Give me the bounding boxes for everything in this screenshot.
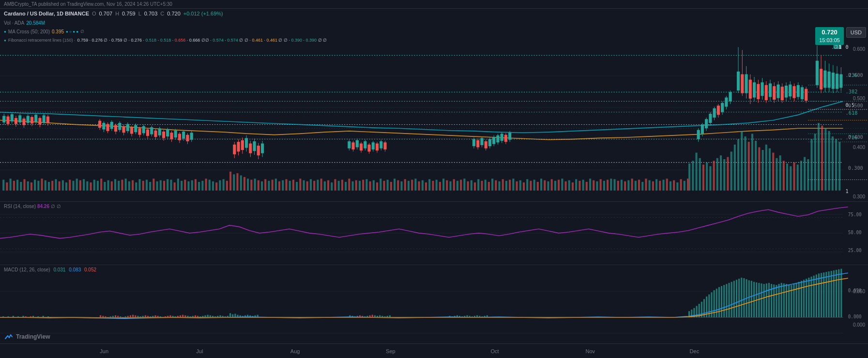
fib-dot-icon: ● [4,38,6,43]
svg-rect-348 [360,144,363,151]
svg-rect-507 [115,315,116,317]
symbol-name: Cardano / US Dollar, 1D BINANCE [4,11,89,16]
main-chart-svg: 0 .236 .382 0.5 .618 .786 1 0.600 0.500 … [0,45,868,201]
svg-rect-123 [390,182,392,191]
svg-rect-147 [474,182,476,191]
rsi-chart[interactable]: RSI (14, close) 84.26 ∅ ∅ 75.00 50.00 [0,202,868,265]
svg-rect-222 [810,139,812,191]
svg-rect-180 [589,179,591,191]
main-price-chart[interactable]: 0 .236 .382 0.5 .618 .786 1 0.600 0.500 … [0,45,868,202]
svg-rect-639 [791,285,792,317]
svg-rect-404 [745,74,747,93]
svg-rect-86 [261,181,263,191]
svg-rect-79 [236,173,238,191]
svg-rect-22 [37,181,39,191]
svg-rect-240 [645,179,647,191]
svg-rect-244 [659,181,661,191]
svg-rect-366 [480,138,483,145]
svg-rect-506 [112,316,114,317]
svg-rect-223 [814,134,816,190]
svg-rect-512 [127,316,129,317]
macd-chart[interactable]: MACD (12, 26, close) 0.031 0.083 0.052 [0,265,868,343]
svg-rect-416 [769,83,772,97]
svg-rect-352 [367,145,370,152]
svg-rect-384 [701,124,704,134]
svg-rect-141 [453,179,455,190]
svg-rect-76 [226,181,228,191]
svg-rect-183 [600,179,602,190]
svg-rect-62 [177,179,179,191]
svg-rect-148 [477,179,479,190]
svg-rect-396 [725,98,728,107]
svg-rect-247 [670,181,671,191]
svg-text:75.00: 75.00 [848,212,862,217]
svg-rect-278 [98,121,101,128]
svg-rect-34 [79,180,81,191]
svg-rect-256 [6,117,9,124]
time-label-oct: Oct [490,348,499,354]
svg-rect-268 [30,117,33,123]
svg-rect-239 [641,182,643,191]
svg-rect-82 [247,179,249,191]
svg-rect-197 [723,159,725,191]
svg-rect-74 [219,180,221,191]
svg-rect-172 [561,179,563,191]
svg-rect-96 [296,182,298,191]
svg-rect-177 [579,181,580,191]
svg-rect-248 [673,180,675,191]
symbol-header: Cardano / US Dollar, 1D BINANCE O 0.707 … [0,9,868,18]
svg-rect-107 [334,179,336,190]
svg-rect-438 [820,69,822,89]
svg-rect-152 [491,179,493,191]
svg-rect-113 [355,180,357,191]
svg-rect-392 [717,105,720,115]
macd-axis: 0.050 0.000 [842,265,866,343]
svg-rect-105 [327,180,329,191]
svg-rect-238 [638,179,640,190]
svg-rect-162 [526,179,528,190]
svg-rect-43 [111,181,113,191]
svg-rect-436 [816,61,819,85]
svg-rect-99 [306,181,308,191]
svg-rect-629 [766,283,767,317]
svg-text:0.300: 0.300 [848,165,863,172]
svg-rect-422 [781,87,784,100]
svg-rect-296 [134,125,137,133]
svg-rect-406 [749,80,752,99]
svg-rect-109 [341,179,343,190]
svg-rect-270 [34,115,37,122]
svg-rect-171 [558,179,560,190]
time-label-dec: Dec [690,348,700,354]
svg-rect-642 [798,282,800,317]
macd-val1: 0.031 [53,267,65,272]
svg-rect-48 [128,181,130,191]
svg-rect-318 [178,134,181,140]
svg-rect-111 [348,179,350,191]
svg-rect-134 [428,179,430,190]
svg-rect-220 [804,157,806,191]
fib-vals: 0.759 · 0.276 ∅ · 0.759 ∅ · 0.276 · 0.51… [77,38,327,43]
currency-button[interactable]: USD [846,27,866,38]
svg-rect-126 [400,181,402,191]
svg-rect-178 [582,179,584,190]
svg-rect-328 [237,142,240,151]
svg-rect-184 [603,181,605,191]
svg-rect-655 [831,271,832,317]
svg-rect-402 [741,74,744,93]
macd-header: MACD (12, 26, close) 0.031 0.083 0.052 [4,267,96,272]
vol-row: Vol · ADA 20.584M [0,18,868,27]
svg-rect-49 [132,180,134,191]
svg-rect-614 [728,283,730,317]
time-label-jun: Jun [100,348,108,354]
svg-rect-200 [734,145,736,191]
svg-rect-368 [485,141,487,149]
current-time: 15:03:05 [819,37,840,44]
svg-rect-656 [833,270,835,317]
svg-rect-372 [492,137,495,144]
ma-dot-icon: ● [4,30,6,34]
svg-rect-448 [839,74,842,88]
svg-rect-638 [788,284,790,317]
svg-rect-272 [38,118,41,124]
svg-rect-235 [627,180,629,191]
svg-rect-146 [471,180,472,191]
